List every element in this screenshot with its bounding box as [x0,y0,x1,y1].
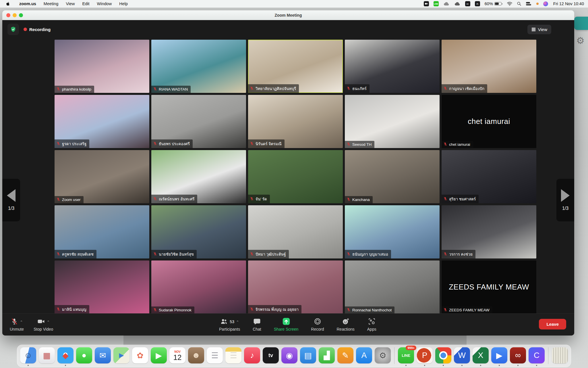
wifi-icon[interactable] [507,2,512,6]
siri-icon[interactable] [543,1,548,6]
dock-item-reminders[interactable]: ☰ [207,347,223,363]
participant-tile[interactable]: นายชัยวิชิต อินทร์สุข [151,205,246,258]
leave-button[interactable]: Leave [539,319,566,329]
participant-tile[interactable]: ธนะภัทร์ [345,40,440,93]
dock-item-maps[interactable]: ► [113,347,129,363]
participant-tile[interactable]: Seesod TH [345,95,440,148]
dock-item-acrobat[interactable]: ∞ [510,347,526,363]
participant-tile[interactable]: ธนันญภา บุญมาเสมอ [345,205,440,258]
dock-item-powerpoint[interactable]: P [417,347,433,363]
dock-item-keynote[interactable]: ▤ [300,347,316,363]
control-center-icon[interactable] [526,2,532,6]
menu-item-window[interactable]: Window [93,1,116,6]
chevron-up-icon[interactable]: ⌃ [47,320,50,323]
chevron-up-icon[interactable]: ⌃ [20,320,23,323]
zoom-status-icon[interactable] [424,1,429,6]
dock-item-contacts[interactable]: ☻ [188,347,204,363]
dock-item-c-app[interactable]: C [529,347,545,363]
running-indicator-dot [28,365,29,366]
menu-item-view[interactable]: View [62,1,78,6]
dock-item-chrome[interactable] [435,347,451,363]
participants-button[interactable]: 53⌃Participants [219,314,240,336]
participant-tile[interactable]: ฐรดา ประเสริฐ [55,95,149,148]
participant-tile[interactable]: phanthira kobsilp [55,40,149,93]
next-page-button[interactable]: 1/3 [556,179,574,221]
dock-item-line[interactable]: LINE999+ [398,347,414,363]
gear-icon[interactable]: ⚙ [576,35,585,46]
dock-item-photos[interactable]: ✿ [132,347,148,363]
participant-tile[interactable]: RIANA WADTAN [151,40,246,93]
zoom-app-icon: ▶ [491,347,507,363]
onedrive-icon-2[interactable] [454,2,461,6]
muted-mic-icon [250,86,254,91]
battery-indicator[interactable]: 60% [485,1,502,6]
dock-item-launchpad[interactable]: ▦ [39,347,55,363]
participant-tile[interactable]: ZEEDS FAMILY MEAWZEEDS FAMILY MEAW [442,260,536,314]
share-screen-button[interactable]: Share Screen [274,314,299,336]
previous-page-button[interactable]: 1/3 [2,179,20,221]
participant-tile[interactable]: ปัทมา วุฒิประดิษฐ์ [248,205,343,258]
apps-button[interactable]: Apps [367,314,376,336]
participant-tile[interactable]: มาลินี แทนบุญ [55,260,149,314]
notion-icon[interactable]: n [475,1,480,6]
participant-tile[interactable]: วิทยาลัยนาฏศิลปจันทบุรี [248,40,343,93]
c-app-icon: C [529,347,545,363]
record-button[interactable]: Record [311,314,324,336]
participant-tile[interactable]: นิรันดร์ จิตรมณี [248,95,343,148]
chevron-up-icon[interactable]: ⌃ [236,320,239,323]
participant-tile[interactable]: Kanchana [345,150,440,203]
dock-item-safari[interactable]: ◆ [57,347,74,363]
window-titlebar[interactable]: Zoom Meeting [2,10,574,20]
creative-cloud-icon[interactable]: ∞ [465,1,470,6]
participant-tile[interactable]: จัน' รัด [248,150,343,203]
participant-tile[interactable]: สุริยา ชมศาสตร์ [442,150,536,203]
menu-item-meeting[interactable]: Meeting [40,1,62,6]
participant-tile[interactable]: กาญจนา เชิดเมืองปัก [442,40,536,93]
dock-item-trash[interactable] [552,347,568,363]
security-shield-icon[interactable] [7,24,19,35]
onedrive-icon[interactable] [443,2,450,6]
stop-video-button[interactable]: ⌃Stop Video [34,314,53,336]
menubar-clock[interactable]: Fri 12 Nov 10:40 [553,1,584,6]
dock-item-music[interactable]: ♪ [244,347,260,363]
dock-item-pages[interactable]: ✎ [337,347,353,363]
participant-tile[interactable]: ครูพรชัย สฤษดิเดช [55,205,149,258]
participant-tile[interactable]: Zoom user [55,150,149,203]
dock-item-system-preferences[interactable]: ⚙ [375,347,391,363]
dock-item-app-store[interactable]: A [356,347,372,363]
search-icon[interactable] [517,1,521,6]
participant-name: ธนันญภา บุญมาเสมอ [352,251,388,257]
reactions-button[interactable]: Reactions [337,314,355,336]
dock-item-messages[interactable]: ● [76,347,92,363]
dock-item-numbers[interactable]: ▟ [319,347,335,363]
dock-item-facetime[interactable]: ▶ [151,347,167,363]
music-icon: ♪ [244,347,260,363]
participant-tile[interactable]: ธันยพร ประคองศรี [151,95,246,148]
participant-tile[interactable]: จิรพรรณ พึ่งบุญ ณ อยุธยา [248,260,343,314]
apple-menu-icon[interactable] [6,1,10,6]
dock-item-notes[interactable]: ☰ [225,347,241,363]
chat-button[interactable]: Chat [253,314,261,336]
dock-item-excel[interactable]: X [473,347,489,363]
line-status-icon[interactable]: LINE [434,1,439,6]
muted-mic-icon [56,307,60,312]
dock-item-word[interactable]: W [454,347,470,363]
view-button[interactable]: View [527,25,551,34]
dock-item-mail[interactable]: ✉ [95,347,111,363]
dock-item-finder[interactable]: ☺ [20,347,36,363]
unmute-button[interactable]: ⌃Unmute [10,314,24,336]
dock-item-zoom-app[interactable]: ▶ [491,347,507,363]
participant-tile[interactable]: ณรัตน์ธนพร อันทะศรี [151,150,246,203]
dock-item-calendar[interactable]: NOV12 [169,347,185,363]
menu-item-appname[interactable]: zoom.us [16,1,40,6]
menu-item-help[interactable]: Help [115,1,131,6]
dock-item-apple-tv[interactable]: tv [263,347,279,363]
menu-item-edit[interactable]: Edit [79,1,93,6]
battery-tip [502,3,502,5]
record-label: Record [311,327,324,331]
dock-item-podcasts[interactable]: ◉ [281,347,297,363]
participant-tile[interactable]: Ronnachai Nanthochot [345,260,440,314]
participant-tile[interactable]: chet iamuraichet iamurai [442,95,536,148]
participant-tile[interactable]: วรการ คงช่วย [442,205,536,258]
participant-tile[interactable]: Sudarak Pimonnok [151,260,246,314]
